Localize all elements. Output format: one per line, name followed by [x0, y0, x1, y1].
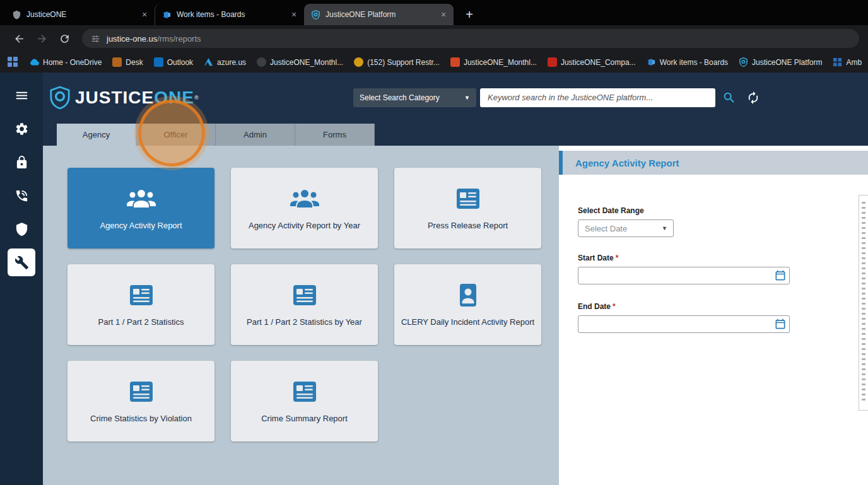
tab-agency[interactable]: Agency [57, 124, 136, 146]
app-header: JUSTICEONE® Select Search Category ▼ [43, 73, 868, 122]
bookmark-label: Home - OneDrive [43, 58, 102, 67]
report-tile-agency-activity-year[interactable]: Agency Activity Report by Year [231, 168, 378, 248]
calendar-icon[interactable] [774, 269, 787, 282]
person-document-icon [453, 283, 483, 310]
search-category-value: Select Search Category [360, 93, 440, 102]
logo-part-one: ONE [154, 88, 194, 107]
browser-tab-justiceone[interactable]: JusticeONE × [5, 4, 155, 25]
report-tile-press-release[interactable]: Press Release Report [394, 168, 541, 248]
bookmark-item[interactable]: Amb [833, 57, 862, 67]
report-tile-crime-summary[interactable]: Crime Summary Report [231, 361, 378, 441]
browser-address-bar: justice-one.us/rms/reports [0, 25, 868, 52]
bookmark-label: (152) Support Restr... [367, 58, 440, 67]
chevron-down-icon: ▼ [662, 225, 667, 231]
bookmark-label: Desk [126, 58, 143, 67]
tab-close-icon[interactable]: × [139, 9, 150, 20]
forward-icon[interactable] [32, 28, 52, 49]
bookmark-item[interactable]: JusticeONE_Compa... [548, 57, 636, 67]
bookmark-item[interactable]: azure.us [204, 57, 246, 67]
bookmark-item[interactable]: Home - OneDrive [30, 57, 102, 67]
outlook-favicon [154, 57, 163, 67]
bookmark-item[interactable]: Work items - Boards [647, 57, 728, 67]
browser-tab-title: JusticeONE [26, 10, 134, 19]
tab-close-icon[interactable]: × [289, 9, 299, 20]
tab-admin[interactable]: Admin [216, 124, 295, 146]
hamburger-icon [15, 88, 29, 103]
tab-label: Officer [163, 130, 187, 139]
end-date-label: End Date* [578, 302, 868, 311]
sync-icon [746, 91, 760, 105]
report-tile-part1-part2[interactable]: Part 1 / Part 2 Statistics [67, 264, 214, 345]
menu-toggle[interactable] [8, 81, 35, 109]
devops-favicon [161, 9, 172, 20]
bookmark-item[interactable]: JusticeONE_Monthl... [257, 57, 343, 67]
browser-tab-platform[interactable]: JusticeONE Platform × [304, 4, 454, 25]
refresh-icon[interactable] [54, 28, 74, 49]
bookmark-item[interactable]: (152) Support Restr... [354, 57, 440, 67]
start-date-input[interactable] [578, 267, 790, 284]
bookmark-item[interactable]: JusticeONE_Monthl... [450, 57, 537, 67]
report-tile-label: Part 1 / Part 2 Statistics [92, 317, 191, 327]
browser-tab-title: JusticeONE Platform [326, 10, 433, 19]
date-range-value: Select Date [585, 224, 627, 233]
report-tile-crime-stats-violation[interactable]: Crime Statistics by Violation [67, 361, 214, 441]
url-bar[interactable]: justice-one.us/rms/reports [82, 29, 859, 48]
justiceone-logo[interactable]: JUSTICEONE® [49, 86, 199, 110]
sidebar-item-dispatch[interactable] [8, 182, 35, 209]
bookmark-label: JusticeONE Platform [752, 58, 822, 67]
logo-text: JUSTICEONE® [75, 86, 199, 110]
report-tile-clery[interactable]: CLERY Daily Incident Activity Report [394, 264, 541, 345]
bookmark-item[interactable]: Desk [112, 57, 143, 67]
sync-button[interactable] [743, 88, 763, 107]
keyword-search-input[interactable] [480, 88, 715, 107]
sidebar-item-tools[interactable] [8, 248, 35, 276]
report-tile-part1-part2-year[interactable]: Part 1 / Part 2 Statistics by Year [231, 264, 378, 345]
tab-officer[interactable]: Officer [136, 124, 216, 146]
apps-grid-icon[interactable] [8, 57, 19, 68]
panel-body: Select Date Range Select Date ▼ Start Da… [559, 175, 868, 333]
report-tile-label: CLERY Daily Incident Activity Report [395, 317, 541, 327]
screen: JusticeONE × Work items - Boards × Justi… [0, 0, 868, 485]
bookmark-label: JusticeONE_Monthl... [464, 58, 537, 67]
sidebar-item-settings[interactable] [8, 115, 35, 143]
url-text: justice-one.us/rms/reports [107, 34, 201, 44]
calendar-icon[interactable] [774, 318, 787, 330]
document-favicon-red [548, 57, 557, 67]
search-icon [722, 91, 736, 105]
report-tile-label: Part 1 / Part 2 Statistics by Year [240, 317, 368, 327]
date-range-select[interactable]: Select Date ▼ [578, 219, 674, 237]
justiceone-shield-favicon [310, 9, 320, 20]
start-date-field [578, 267, 790, 284]
people-group-icon [126, 186, 156, 214]
newspaper-icon [290, 379, 320, 407]
tab-label: Admin [243, 130, 267, 139]
end-date-input[interactable] [578, 315, 790, 333]
newspaper-icon [290, 283, 320, 310]
search-button[interactable] [719, 88, 739, 107]
content-row: Agency Activity Report Agency Activity R… [43, 146, 868, 485]
browser-tab-boards[interactable]: Work items - Boards × [155, 4, 304, 25]
logo-shield-icon [49, 86, 71, 110]
url-path: /rms/reports [157, 34, 201, 44]
bookmark-label: azure.us [217, 58, 246, 67]
bookmark-item[interactable]: Outlook [154, 57, 193, 67]
bookmark-item[interactable]: JusticeONE Platform [739, 57, 822, 67]
sidebar-item-security[interactable] [8, 148, 35, 176]
report-tile-label: Agency Activity Report [93, 221, 188, 230]
required-asterisk: * [616, 254, 619, 262]
report-tile-agency-activity[interactable]: Agency Activity Report [67, 168, 214, 248]
people-group-icon [290, 186, 320, 214]
logo-registered-mark: ® [194, 95, 199, 101]
search-category-select[interactable]: Select Search Category ▼ [353, 88, 476, 107]
tab-forms[interactable]: Forms [295, 124, 375, 146]
phone-icon [15, 189, 29, 203]
date-range-label: Select Date Range [578, 206, 868, 215]
panel-title: Agency Activity Report [575, 158, 679, 168]
sidebar-item-shield[interactable] [8, 215, 35, 243]
document-favicon-dark [257, 57, 266, 67]
end-date-field [578, 315, 790, 333]
new-tab-button[interactable]: + [460, 5, 479, 24]
side-flyout-tab[interactable] [859, 195, 868, 411]
tab-close-icon[interactable]: × [438, 9, 449, 20]
back-icon[interactable] [9, 28, 29, 49]
